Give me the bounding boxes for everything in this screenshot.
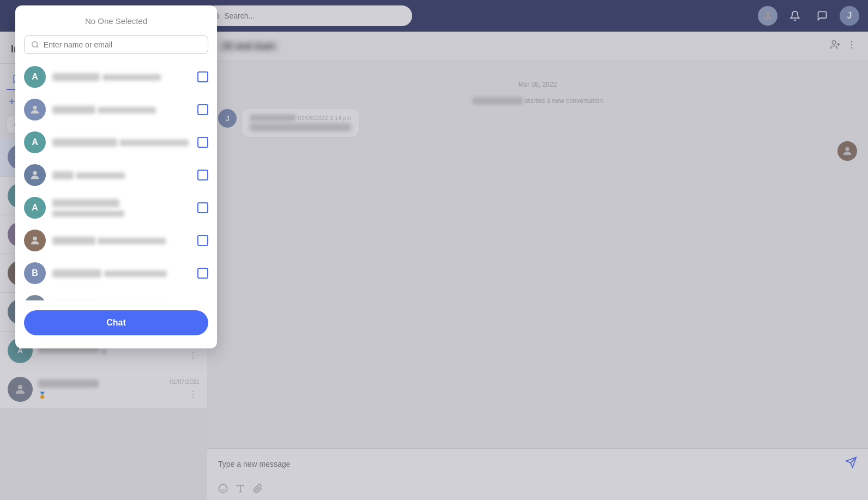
- svg-point-7: [33, 237, 37, 240]
- avatar-photo: [29, 169, 41, 181]
- contact-email: alek.marazov@gmail.com: [119, 140, 189, 146]
- avatar-photo: [29, 234, 41, 246]
- contact-item[interactable]: A Andrea Goldenhaven andrea.golden@gmail…: [15, 191, 217, 224]
- contact-avatar: [24, 295, 46, 300]
- contact-avatar: [24, 99, 46, 121]
- contact-name: Adrian Pittner: [52, 106, 95, 114]
- contact-name: Aaron Tapestry: [52, 73, 100, 81]
- svg-point-5: [33, 106, 37, 110]
- contact-avatar: A: [24, 66, 46, 88]
- contact-avatar: [24, 164, 46, 186]
- contact-avatar: A: [24, 131, 46, 153]
- contact-checkbox[interactable]: [197, 137, 208, 148]
- modal-search-input[interactable]: [44, 40, 201, 49]
- contact-list: A Aaron Tapestry aaron.tap@gmail.com Adr…: [15, 61, 217, 300]
- contact-item[interactable]: Andrea Smith andrea.smith@gmail.com: [15, 224, 217, 257]
- contact-avatar: A: [24, 197, 46, 219]
- modal-search-icon: [31, 40, 39, 49]
- contact-name: Ben Flannelson: [52, 269, 101, 278]
- contact-item[interactable]: Adrian Pittner adrian.pit@gmail.com: [15, 93, 217, 126]
- contact-checkbox[interactable]: [197, 202, 208, 213]
- modal-search-box[interactable]: [24, 35, 208, 54]
- contact-name: Andrea Smith: [52, 237, 95, 245]
- contact-email: andrea.golden@gmail.com: [52, 210, 124, 217]
- contact-name: Andrea Goldenhaven: [52, 199, 119, 207]
- contact-item[interactable]: Alex Li alex.li@gmail.com: [15, 159, 217, 191]
- contact-checkbox[interactable]: [197, 104, 208, 115]
- svg-line-4: [37, 46, 38, 48]
- contact-name: Alex Li: [52, 171, 74, 179]
- contact-checkbox[interactable]: [197, 170, 208, 180]
- contact-checkbox[interactable]: [197, 235, 208, 246]
- contact-item[interactable]: Brent Galante brent.galante@gmail.com: [15, 290, 217, 300]
- svg-point-6: [33, 171, 37, 175]
- chat-button[interactable]: Chat: [24, 310, 208, 335]
- contact-avatar: B: [24, 262, 46, 284]
- contact-email: andrea.smith@gmail.com: [98, 238, 166, 244]
- contact-checkbox[interactable]: [197, 268, 208, 279]
- contact-email: alex.li@gmail.com: [76, 172, 124, 179]
- avatar-photo: [29, 300, 41, 300]
- contact-item[interactable]: A Aleksander Marazov alek.marazov@gmail.…: [15, 126, 217, 159]
- avatar-photo: [29, 104, 41, 116]
- contact-avatar: [24, 230, 46, 251]
- contact-name: Aleksander Marazov: [52, 138, 117, 147]
- modal-title: No One Selected: [15, 5, 217, 31]
- svg-point-3: [32, 41, 38, 47]
- contact-item[interactable]: B Ben Flannelson ben.flannel@gmail.com: [15, 257, 217, 290]
- contact-checkbox[interactable]: [197, 71, 208, 82]
- new-chat-modal: No One Selected A Aaron Tapestry aaron.t…: [15, 5, 217, 348]
- contact-item[interactable]: A Aaron Tapestry aaron.tap@gmail.com: [15, 61, 217, 93]
- contact-email: ben.flannel@gmail.com: [104, 270, 167, 277]
- contact-email: aaron.tap@gmail.com: [103, 74, 161, 81]
- contact-email: adrian.pit@gmail.com: [98, 107, 156, 113]
